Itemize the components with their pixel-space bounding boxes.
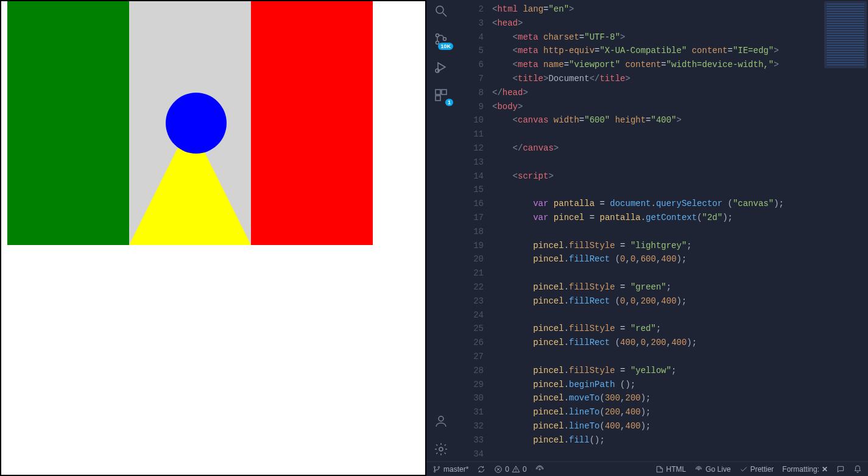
extensions-icon[interactable]: 1 [432,87,450,104]
svg-point-10 [439,416,443,421]
svg-point-14 [438,466,439,467]
errors-count: 0 [505,465,509,474]
activity-bar: 10K 1 [426,0,456,476]
feedback-icon[interactable] [836,465,845,474]
svg-rect-7 [436,90,440,94]
svg-point-19 [516,471,517,471]
language-label: HTML [666,465,686,474]
port-icon[interactable] [535,465,544,474]
problems-indicator[interactable]: 0 0 [494,465,526,474]
prettier-indicator[interactable]: Prettier [739,465,774,474]
svg-rect-9 [436,96,440,101]
svg-point-2 [436,34,439,37]
prettier-label: Prettier [750,465,774,474]
settings-gear-icon[interactable] [432,441,450,458]
svg-line-1 [443,13,446,16]
source-control-icon[interactable]: 10K [432,30,450,48]
language-mode[interactable]: HTML [655,465,686,474]
canvas-preview [7,1,373,245]
svg-rect-8 [442,90,446,94]
editor-pane: 10K 1 2345678910111213141516171819202122… [426,0,868,476]
formatting-label: Formatting: [782,465,819,474]
close-icon: ✕ [822,465,828,474]
search-icon[interactable] [432,2,450,20]
blue-circle [166,93,227,154]
svg-point-11 [439,447,443,451]
run-debug-icon[interactable] [432,59,450,76]
code-content[interactable]: <html lang="en"><head> <meta charset="UT… [492,0,868,476]
extensions-badge: 1 [445,99,453,106]
svg-point-0 [436,6,443,13]
red-rect [251,1,373,245]
formatting-indicator[interactable]: Formatting: ✕ [782,465,828,474]
svg-point-21 [698,468,699,469]
svg-point-12 [434,466,435,467]
go-live-button[interactable]: Go Live [694,465,730,474]
preview-pane [0,0,426,476]
branch-name: master* [443,465,468,474]
green-rect [7,1,129,245]
warnings-count: 0 [523,465,527,474]
scm-badge: 10K [438,43,453,50]
svg-point-13 [434,471,435,472]
status-bar: master* 0 0 HTML Go Live Prettier Format [426,461,868,476]
line-gutter: 2345678910111213141516171819202122232425… [456,0,492,476]
minimap[interactable] [824,1,867,68]
sync-icon[interactable] [477,465,485,474]
branch-indicator[interactable]: master* [432,465,468,474]
svg-point-20 [539,468,540,469]
bell-icon[interactable] [853,465,862,474]
code-editor[interactable]: 2345678910111213141516171819202122232425… [456,0,868,476]
svg-point-4 [443,38,446,41]
go-live-label: Go Live [705,465,730,474]
accounts-icon[interactable] [432,413,450,430]
